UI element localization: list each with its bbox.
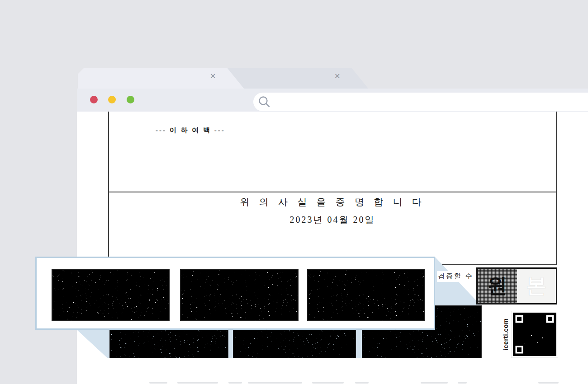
page: ✕ ✕ --- 이 하 여 백 --- 위 의 사 실 을 증 명 합 니 다 … — [0, 0, 588, 384]
qr-code — [511, 311, 558, 358]
stamp-char-won: 원 — [487, 276, 507, 296]
magnified-pattern-block — [52, 269, 170, 321]
window-close-button[interactable] — [90, 96, 98, 103]
tab-close-icon[interactable]: ✕ — [334, 73, 340, 80]
document-right-border — [556, 112, 557, 264]
magnified-pattern-block — [307, 269, 425, 321]
cutoff-text-remnant — [228, 382, 242, 384]
stamp-char-bon: 본 — [526, 276, 546, 296]
window-zoom-button[interactable] — [127, 96, 134, 103]
stamp-light-half: 본 — [517, 269, 556, 303]
stamp-dark-half: 원 — [478, 269, 517, 303]
cutoff-text-remnant — [149, 382, 167, 384]
browser-tab-active[interactable]: ✕ — [78, 68, 244, 89]
original-copy-protection-stamp: 원 본 — [476, 267, 557, 304]
cutoff-text-remnant — [312, 382, 344, 384]
cutoff-text-remnant — [421, 382, 448, 384]
magnified-pattern-block — [180, 269, 299, 321]
tab-close-icon[interactable]: ✕ — [210, 73, 216, 80]
issue-date: 2023년 04월 20일 — [290, 214, 375, 226]
blank-below-marker: --- 이 하 여 백 --- — [156, 126, 225, 135]
document-left-border — [108, 112, 109, 258]
verification-text-fragment: 검증할 수 — [437, 271, 477, 282]
search-input[interactable] — [253, 93, 588, 111]
cutoff-text-remnant — [248, 382, 302, 384]
cutoff-text-remnant — [177, 382, 218, 384]
certify-statement: 위 의 사 실 을 증 명 합 니 다 — [240, 196, 425, 208]
cutoff-text-remnant — [538, 382, 559, 384]
document-divider-line — [108, 192, 557, 192]
cutoff-text-remnant — [458, 382, 467, 384]
cutoff-text-remnant — [355, 382, 369, 384]
magnified-security-callout — [35, 257, 435, 330]
window-minimize-button[interactable] — [108, 96, 116, 103]
browser-toolbar — [77, 89, 588, 112]
